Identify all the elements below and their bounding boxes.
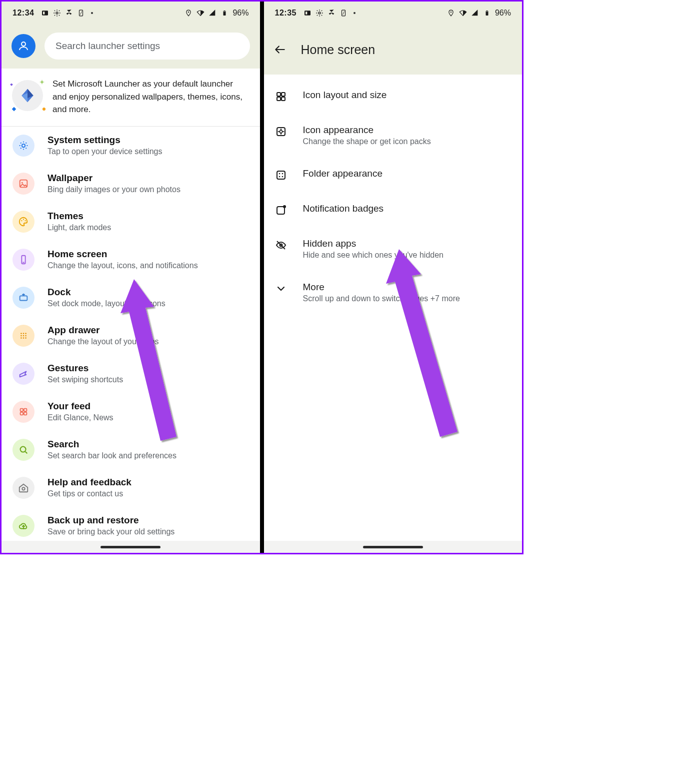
page-title: Home screen bbox=[301, 43, 376, 57]
hs-title: More bbox=[303, 282, 460, 293]
setting-title: System settings bbox=[48, 135, 162, 146]
search-input[interactable]: Search launcher settings bbox=[44, 33, 250, 60]
navigation-bar bbox=[2, 541, 260, 553]
more-dot-icon bbox=[354, 12, 356, 14]
arrow-left-icon bbox=[274, 43, 286, 56]
svg-rect-37 bbox=[304, 11, 310, 15]
hs-title: Icon layout and size bbox=[303, 90, 387, 101]
navigation-bar bbox=[264, 541, 522, 553]
setting-title: Dock bbox=[48, 287, 166, 298]
svg-rect-6 bbox=[224, 11, 226, 12]
hs-icon-layout-and-size[interactable]: Icon layout and size bbox=[264, 79, 522, 114]
hs-title: Hidden apps bbox=[303, 238, 444, 249]
phone-icon bbox=[12, 249, 34, 271]
hs-icon-appearance[interactable]: Icon appearanceChange the shape or get i… bbox=[264, 114, 522, 157]
svg-rect-42 bbox=[486, 11, 488, 16]
setting-subtitle: Edit Glance, News bbox=[48, 413, 114, 422]
header: Search launcher settings bbox=[2, 25, 260, 69]
svg-rect-20 bbox=[20, 296, 28, 300]
svg-point-39 bbox=[318, 12, 320, 14]
sparkle-icon bbox=[40, 78, 44, 87]
setting-title: App drawer bbox=[48, 325, 158, 336]
hs-hidden-apps[interactable]: Hidden appsHide and see which ones you'v… bbox=[264, 227, 522, 271]
card-icon bbox=[41, 9, 49, 17]
setting-title: Themes bbox=[48, 211, 111, 222]
setting-gestures[interactable]: GesturesSet swiping shortcuts bbox=[2, 355, 260, 393]
home-screen-list: Icon layout and sizeIcon appearanceChang… bbox=[264, 75, 522, 318]
setting-title: Wallpaper bbox=[48, 173, 180, 184]
palette-icon bbox=[12, 211, 34, 233]
svg-point-56 bbox=[283, 205, 286, 208]
setting-title: Search bbox=[48, 439, 176, 450]
setting-subtitle: Tap to open your device settings bbox=[48, 147, 162, 156]
setting-subtitle: Set dock mode, layout, and icons bbox=[48, 299, 166, 308]
setting-system-settings[interactable]: System settingsTap to open your device s… bbox=[2, 127, 260, 165]
svg-rect-46 bbox=[282, 93, 285, 96]
svg-rect-0 bbox=[42, 11, 48, 15]
svg-point-25 bbox=[23, 335, 24, 336]
setting-search[interactable]: SearchSet search bar look and preference… bbox=[2, 431, 260, 469]
banner-text: Set Microsoft Launcher as your default l… bbox=[52, 78, 249, 116]
setting-subtitle: Save or bring back your old settings bbox=[48, 527, 174, 536]
setting-themes[interactable]: ThemesLight, dark modes bbox=[2, 203, 260, 241]
setting-wallpaper[interactable]: WallpaperBing daily images or your own p… bbox=[2, 165, 260, 203]
svg-point-16 bbox=[23, 219, 24, 220]
svg-rect-43 bbox=[486, 11, 488, 12]
setting-help-and-feedback[interactable]: Help and feedbackGet tips or contact us bbox=[2, 469, 260, 507]
default-launcher-banner[interactable]: Set Microsoft Launcher as your default l… bbox=[2, 69, 260, 127]
setting-subtitle: Light, dark modes bbox=[48, 223, 111, 232]
sparkle-icon bbox=[10, 81, 14, 90]
gear-icon bbox=[316, 9, 324, 17]
svg-rect-1 bbox=[43, 12, 44, 14]
hs-subtitle: Change the shape or get icon packs bbox=[303, 137, 431, 146]
setting-back-up-and-restore[interactable]: Back up and restoreSave or bring back yo… bbox=[2, 507, 260, 545]
svg-rect-55 bbox=[277, 207, 284, 214]
svg-point-52 bbox=[282, 173, 283, 175]
setting-subtitle: Set search bar look and preferences bbox=[48, 451, 176, 460]
svg-rect-31 bbox=[24, 408, 26, 411]
status-bar: 12:34 96% bbox=[2, 2, 260, 25]
time: 12:34 bbox=[12, 9, 34, 18]
svg-rect-50 bbox=[277, 171, 285, 179]
svg-point-51 bbox=[278, 173, 280, 175]
setting-home-screen[interactable]: Home screenChange the layout, icons, and… bbox=[2, 241, 260, 279]
search-placeholder: Search launcher settings bbox=[56, 41, 160, 52]
svg-point-54 bbox=[282, 176, 283, 178]
feed-icon bbox=[12, 401, 34, 423]
hs-more[interactable]: MoreScroll up and down to switch pages +… bbox=[264, 271, 522, 314]
device-icon bbox=[77, 9, 85, 17]
setting-dock[interactable]: DockSet dock mode, layout, and icons bbox=[2, 279, 260, 317]
status-bar: 12:35 96% bbox=[264, 2, 522, 25]
profile-button[interactable] bbox=[12, 34, 36, 58]
grid-icon bbox=[12, 325, 34, 347]
gear-icon bbox=[12, 135, 34, 157]
svg-point-12 bbox=[22, 144, 25, 147]
image-icon bbox=[12, 173, 34, 195]
setting-subtitle: Set swiping shortcuts bbox=[48, 375, 123, 384]
svg-point-34 bbox=[20, 446, 26, 452]
setting-title: Help and feedback bbox=[48, 477, 132, 488]
setting-app-drawer[interactable]: App drawerChange the layout of your apps bbox=[2, 317, 260, 355]
sparkle-icon bbox=[12, 105, 16, 114]
svg-point-4 bbox=[188, 12, 189, 13]
wifi-icon bbox=[459, 9, 467, 17]
svg-point-27 bbox=[20, 337, 22, 339]
svg-rect-10 bbox=[12, 107, 16, 111]
hs-folder-appearance[interactable]: Folder appearance bbox=[264, 157, 522, 192]
svg-rect-38 bbox=[306, 12, 307, 14]
setting-your-feed[interactable]: Your feedEdit Glance, News bbox=[2, 393, 260, 431]
search-icon bbox=[12, 439, 34, 461]
settings-list: System settingsTap to open your device s… bbox=[2, 127, 260, 545]
eyeoff-icon bbox=[275, 239, 287, 251]
signal-icon bbox=[208, 9, 216, 17]
layout-icon bbox=[275, 91, 287, 103]
device-icon bbox=[340, 9, 348, 17]
svg-rect-7 bbox=[224, 12, 226, 12]
setting-subtitle: Change the layout of your apps bbox=[48, 337, 158, 346]
signal-icon bbox=[471, 9, 479, 17]
svg-point-29 bbox=[25, 337, 26, 339]
hs-notification-badges[interactable]: Notification badges bbox=[264, 192, 522, 227]
svg-point-24 bbox=[20, 335, 22, 336]
time: 12:35 bbox=[275, 9, 296, 18]
back-button[interactable] bbox=[273, 43, 287, 57]
